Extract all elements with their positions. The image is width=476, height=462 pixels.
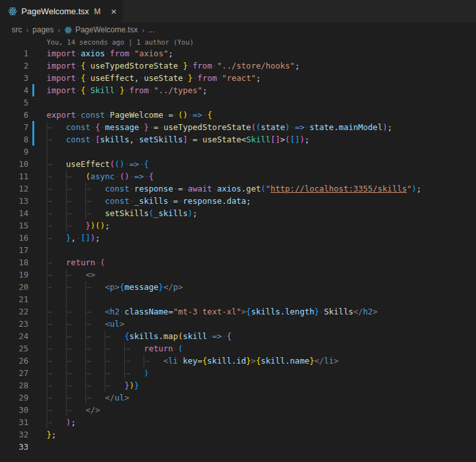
line-number: 24 [0,330,40,342]
line-number: 26 [0,355,40,367]
code-line[interactable]: 28→→→→})} [0,379,476,391]
code-line[interactable]: 13→→→const·_skills·=·response.data; [0,195,476,207]
editor-window: PageWelcome.tsx M × src › pages › PageWe… [0,0,476,453]
code-line[interactable]: 7→const·{·message·}·=·useTypedStoreState… [0,121,476,133]
line-number: 9 [0,146,40,158]
line-number: 30 [0,404,40,416]
react-file-icon [64,26,72,34]
code-line[interactable]: 18→return·( [0,256,476,269]
close-icon[interactable]: × [111,6,117,17]
code-line[interactable]: 14→→→setSkills(_skills); [0,207,476,219]
line-number: 23 [0,318,40,330]
line-number: 10 [0,158,40,170]
code-lines[interactable]: 1import·axios·from·"axios";2import·{·use… [0,47,476,453]
git-modified-gutter-indicator [32,133,34,146]
line-number: 14 [0,207,40,219]
code-line[interactable]: 5 [0,96,476,109]
line-number: 29 [0,391,40,404]
line-number: 13 [0,195,40,207]
code-line[interactable]: 29→→→</ul> [0,391,476,404]
tab-bar: PageWelcome.tsx M × [0,0,476,23]
code-line[interactable]: 21 [0,293,476,305]
chevron-right-icon: › [142,25,144,35]
line-number: 28 [0,379,40,391]
code-line[interactable]: 4import·{·Skill·}·from·"../types"; [0,84,476,96]
code-line[interactable]: 8→const·[skills,·setSkills]·=·useState<S… [0,133,476,146]
code-line[interactable]: 10→useEffect(()·=>·{ [0,158,476,170]
code-line[interactable]: 22→→→<h2·className="mt-3·text-xl">{skill… [0,305,476,318]
react-file-icon [8,6,17,16]
code-line[interactable]: 9 [0,146,476,158]
code-line[interactable]: 33 [0,441,476,453]
line-number: 6 [0,109,40,121]
code-line[interactable]: 6export·const·PageWelcome·=·()·=>·{ [0,109,476,121]
code-line[interactable]: 15→→})(); [0,219,476,232]
line-number: 19 [0,269,40,281]
line-number: 3 [0,72,40,84]
line-number: 8 [0,133,40,146]
line-number: 2 [0,60,40,72]
git-modified-gutter-indicator [32,84,34,96]
line-number: 12 [0,182,40,195]
code-line[interactable]: 31→); [0,416,476,428]
codelens-blame[interactable]: You, 14 seconds ago | 1 author (You) [47,37,476,47]
code-line[interactable]: 26→→→→→→<li·key={skill.id}>{skill.name}<… [0,355,476,367]
breadcrumb: src › pages › PageWelcome.tsx › ... [0,23,476,37]
line-number: 20 [0,281,40,293]
breadcrumb-item-src[interactable]: src [12,25,22,34]
code-line[interactable]: 16→},·[]); [0,232,476,244]
editor[interactable]: You, 14 seconds ago | 1 author (You) 1im… [0,37,476,453]
line-number: 33 [0,441,40,453]
line-number: 25 [0,342,40,355]
code-line[interactable]: 25→→→→→return·( [0,342,476,355]
tab-pagewelcome[interactable]: PageWelcome.tsx M × [0,0,123,23]
tab-label: PageWelcome.tsx [21,6,89,16]
line-number: 18 [0,256,40,269]
line-number: 17 [0,244,40,256]
code-line[interactable]: 24→→→→{skills.map(skill·=>·{ [0,330,476,342]
code-line[interactable]: 1import·axios·from·"axios"; [0,47,476,60]
code-line[interactable]: 12→→→const·response·=·await·axios.get("h… [0,182,476,195]
code-line[interactable]: 3import·{·useEffect,·useState·}·from·"re… [0,72,476,84]
code-line[interactable]: 32}; [0,428,476,441]
line-number: 7 [0,121,40,133]
line-number: 27 [0,367,40,379]
line-number: 22 [0,305,40,318]
line-number: 4 [0,84,40,96]
git-modified-badge: M [94,7,101,16]
breadcrumb-item-pages[interactable]: pages [32,25,54,34]
line-number: 5 [0,96,40,109]
code-line[interactable]: 11→→(async·()·=>·{ [0,170,476,182]
code-line[interactable]: 30→→</> [0,404,476,416]
git-modified-gutter-indicator [32,121,34,133]
breadcrumb-file-label: PageWelcome.tsx [75,25,138,34]
code-line[interactable]: 23→→→<ul> [0,318,476,330]
line-number: 31 [0,416,40,428]
code-line[interactable]: 27→→→→→) [0,367,476,379]
line-number: 11 [0,170,40,182]
chevron-right-icon: › [26,25,28,35]
line-number: 1 [0,47,40,60]
code-line[interactable]: 17 [0,244,476,256]
line-number: 16 [0,232,40,244]
code-line[interactable]: 2import·{·useTypedStoreState·}·from·"../… [0,60,476,72]
line-number: 21 [0,293,40,305]
breadcrumb-item-more[interactable]: ... [148,25,155,34]
code-line[interactable]: 19→→<> [0,269,476,281]
breadcrumb-item-file[interactable]: PageWelcome.tsx [64,25,138,34]
code-line[interactable]: 20→→→<p>{message}</p> [0,281,476,293]
chevron-right-icon: › [58,25,60,35]
line-number: 32 [0,428,40,441]
line-number: 15 [0,219,40,232]
